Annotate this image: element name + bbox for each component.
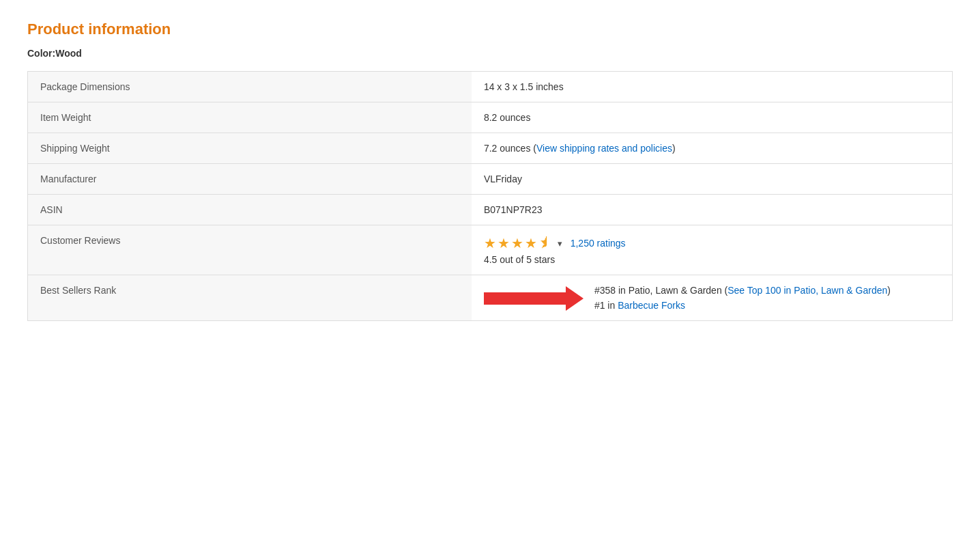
- rank1-prefix: #358 in Patio, Lawn & Garden (: [594, 285, 727, 296]
- row-label: Shipping Weight: [28, 133, 472, 164]
- row-label: Customer Reviews: [28, 225, 472, 275]
- row-value: VLFriday: [472, 164, 953, 195]
- arrow-shape: [484, 286, 583, 311]
- star-3: ★: [511, 235, 523, 251]
- row-label: Best Sellers Rank: [28, 275, 472, 321]
- rank2-link[interactable]: Barbecue Forks: [618, 300, 685, 311]
- star-2: ★: [498, 235, 510, 251]
- table-row: Manufacturer VLFriday: [28, 164, 953, 195]
- table-row: Package Dimensions 14 x 3 x 1.5 inches: [28, 72, 953, 102]
- row-value: 8.2 ounces: [472, 102, 953, 133]
- star-5-half: ⯨: [538, 235, 552, 251]
- shipping-prefix: 7.2 ounces (: [484, 143, 536, 154]
- rank-line-2: #1 in Barbecue Forks: [594, 300, 940, 311]
- row-label: Package Dimensions: [28, 72, 472, 102]
- ratings-count-link[interactable]: 1,250 ratings: [571, 238, 626, 249]
- shipping-rates-link[interactable]: View shipping rates and policies: [536, 143, 672, 154]
- row-value: 14 x 3 x 1.5 inches: [472, 72, 953, 102]
- product-info-table: Package Dimensions 14 x 3 x 1.5 inches I…: [27, 71, 953, 321]
- chevron-down-icon[interactable]: ▾: [558, 238, 562, 249]
- rank-text-container: #358 in Patio, Lawn & Garden (See Top 10…: [594, 285, 940, 311]
- table-row: Shipping Weight 7.2 ounces (View shippin…: [28, 133, 953, 164]
- star-4: ★: [525, 235, 537, 251]
- arrow-body: [484, 292, 566, 305]
- stars-out-of: 4.5 out of 5 stars: [484, 254, 940, 265]
- rank2-prefix: #1 in: [594, 300, 618, 311]
- table-row: Customer Reviews ★ ★ ★ ★ ⯨ ▾ 1,250 ratin…: [28, 225, 953, 275]
- table-row-best-sellers: Best Sellers Rank #358 in Patio, Lawn & …: [28, 275, 953, 321]
- color-value: Wood: [55, 48, 82, 59]
- row-label: Manufacturer: [28, 164, 472, 195]
- table-row: ASIN B071NP7R23: [28, 195, 953, 225]
- row-label: Item Weight: [28, 102, 472, 133]
- row-value-shipping: 7.2 ounces (View shipping rates and poli…: [472, 133, 953, 164]
- row-value: B071NP7R23: [472, 195, 953, 225]
- rank1-suffix: ): [887, 285, 891, 296]
- arrow-head: [566, 286, 583, 311]
- row-label: ASIN: [28, 195, 472, 225]
- star-rating[interactable]: ★ ★ ★ ★ ⯨: [484, 235, 552, 251]
- rank1-link[interactable]: See Top 100 in Patio, Lawn & Garden: [727, 285, 887, 296]
- table-row: Item Weight 8.2 ounces: [28, 102, 953, 133]
- rank-line-1: #358 in Patio, Lawn & Garden (See Top 10…: [594, 285, 940, 296]
- color-key: Color:: [27, 48, 55, 59]
- red-arrow-indicator: [484, 286, 583, 311]
- shipping-suffix: ): [672, 143, 676, 154]
- page-title: Product information: [27, 20, 953, 38]
- star-1: ★: [484, 235, 496, 251]
- color-label: Color:Wood: [27, 48, 953, 59]
- row-value-rank: #358 in Patio, Lawn & Garden (See Top 10…: [472, 275, 953, 321]
- row-value-reviews: ★ ★ ★ ★ ⯨ ▾ 1,250 ratings 4.5 out of 5 s…: [472, 225, 953, 275]
